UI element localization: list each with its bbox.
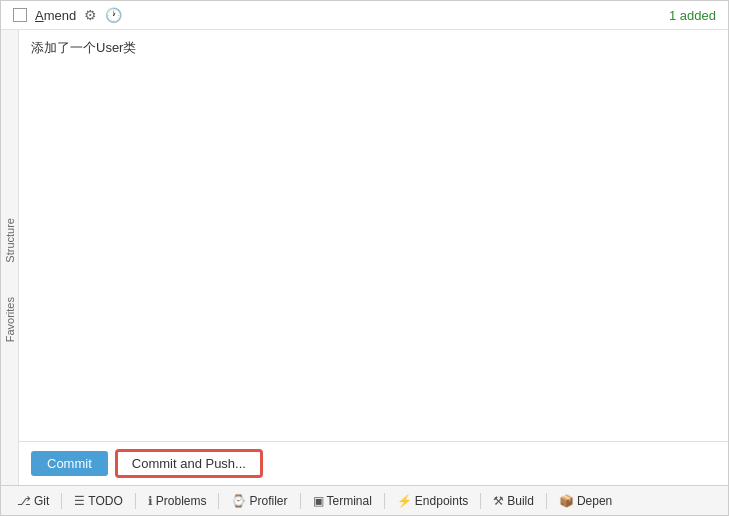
top-bar: Amend ⚙ 🕐 1 added	[1, 1, 728, 30]
status-item-depend[interactable]: 📦 Depen	[551, 491, 620, 511]
status-bar: ⎇ Git ☰ TODO ℹ Problems ⌚ Profiler ▣ Ter…	[1, 485, 728, 515]
build-icon: ⚒	[493, 494, 504, 508]
clock-icon[interactable]: 🕐	[105, 7, 122, 23]
top-bar-left: Amend ⚙ 🕐	[13, 7, 122, 23]
depend-icon: 📦	[559, 494, 574, 508]
divider-2	[135, 493, 136, 509]
endpoints-icon: ⚡	[397, 494, 412, 508]
sidebar-tab-structure[interactable]: Structure	[2, 212, 18, 269]
git-icon: ⎇	[17, 494, 31, 508]
depend-label: Depen	[577, 494, 612, 508]
divider-3	[218, 493, 219, 509]
divider-5	[384, 493, 385, 509]
commit-and-push-button[interactable]: Commit and Push...	[116, 450, 262, 477]
commit-button[interactable]: Commit	[31, 451, 108, 476]
left-sidebar: Structure Favorites	[1, 30, 19, 485]
status-item-git[interactable]: ⎇ Git	[9, 491, 57, 511]
status-item-build[interactable]: ⚒ Build	[485, 491, 542, 511]
status-item-profiler[interactable]: ⌚ Profiler	[223, 491, 295, 511]
profiler-icon: ⌚	[231, 494, 246, 508]
todo-icon: ☰	[74, 494, 85, 508]
divider-6	[480, 493, 481, 509]
problems-label: Problems	[156, 494, 207, 508]
amend-checkbox[interactable]	[13, 8, 27, 22]
divider-1	[61, 493, 62, 509]
profiler-label: Profiler	[249, 494, 287, 508]
divider-4	[300, 493, 301, 509]
terminal-icon: ▣	[313, 494, 324, 508]
terminal-label: Terminal	[327, 494, 372, 508]
todo-label: TODO	[88, 494, 122, 508]
commit-message-input[interactable]	[19, 30, 728, 441]
git-label: Git	[34, 494, 49, 508]
status-item-terminal[interactable]: ▣ Terminal	[305, 491, 380, 511]
status-item-problems[interactable]: ℹ Problems	[140, 491, 215, 511]
amend-label[interactable]: Amend	[35, 8, 76, 23]
status-item-todo[interactable]: ☰ TODO	[66, 491, 130, 511]
divider-7	[546, 493, 547, 509]
status-item-endpoints[interactable]: ⚡ Endpoints	[389, 491, 476, 511]
build-label: Build	[507, 494, 534, 508]
added-badge: 1 added	[669, 8, 716, 23]
sidebar-tab-favorites[interactable]: Favorites	[2, 291, 18, 348]
content-area: Commit Commit and Push...	[19, 30, 728, 485]
bottom-buttons: Commit Commit and Push...	[19, 441, 728, 485]
gear-icon[interactable]: ⚙	[84, 7, 97, 23]
problems-icon: ℹ	[148, 494, 153, 508]
main-window: Amend ⚙ 🕐 1 added Structure Favorites Co…	[0, 0, 729, 516]
endpoints-label: Endpoints	[415, 494, 468, 508]
